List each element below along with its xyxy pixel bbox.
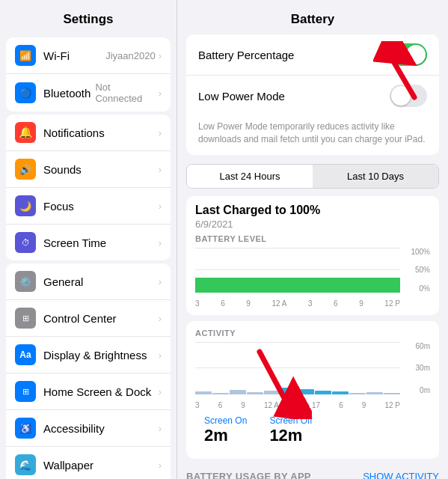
sidebar-item-label-controlcenter: Control Center [43, 312, 156, 325]
activity-y-labels: 60m 30m 0m [402, 342, 430, 394]
act-x-3: 12 A [264, 401, 279, 409]
low-power-knob [391, 86, 411, 106]
sidebar-list: 📶 Wi-Fi Jiyaan2020 › 🔵 Bluetooth Not Con… [0, 34, 177, 479]
sidebar-item-accessibility[interactable]: ♿ Accessibility › [6, 410, 171, 447]
x-label-1: 6 [221, 299, 225, 308]
sidebar-item-display[interactable]: Aa Display & Brightness › [6, 337, 171, 373]
act-y-30: 30m [402, 364, 430, 372]
act-x-0: 3 [195, 401, 200, 409]
chevron-icon-homescreen: › [159, 386, 162, 397]
toggle-card: Battery Percentage Low Power Mode Low Po… [186, 34, 439, 155]
chevron-icon-wifi: › [159, 50, 162, 61]
main-wrapper: Battery Battery Percentage Low Power Mod… [177, 0, 448, 479]
chevron-icon-accessibility: › [159, 423, 162, 434]
main-content: Battery Battery Percentage Low Power Mod… [177, 0, 448, 479]
sidebar-item-label-display: Display & Brightness [43, 349, 156, 361]
act-y-60: 60m [402, 342, 430, 350]
screen-off-value: 12m [269, 426, 312, 445]
act-y-0: 0m [402, 386, 430, 394]
chevron-icon-screentime: › [159, 237, 162, 248]
act-bar-12 [384, 393, 400, 394]
chevron-icon-general: › [159, 276, 162, 287]
chevron-icon-focus: › [159, 201, 162, 212]
sidebar-section-system: 🔔 Notifications › 🔊 Sounds › 🌙 Focus › ⏱… [6, 115, 171, 260]
act-bar-10 [349, 393, 366, 394]
act-x-7: 12 P [384, 401, 400, 409]
act-bar-3 [230, 390, 246, 394]
sidebar-item-label-wallpaper: Wallpaper [43, 459, 156, 472]
sidebar: Settings 📶 Wi-Fi Jiyaan2020 › 🔵 Bluetoot… [0, 0, 177, 479]
sidebar-item-label-general: General [43, 275, 156, 288]
sidebar-section-network: 📶 Wi-Fi Jiyaan2020 › 🔵 Bluetooth Not Con… [6, 37, 171, 112]
sidebar-item-controlcenter[interactable]: ⊞ Control Center › [6, 300, 171, 337]
screen-off-label: Screen Off [269, 415, 312, 426]
x-label-7: 12 P [384, 299, 400, 308]
x-label-5: 6 [334, 299, 338, 308]
accessibility-icon: ♿ [15, 418, 36, 439]
battery-level-section: Last Charged to 100% 6/9/2021 BATTERY LE… [186, 196, 439, 315]
chevron-icon-notifications: › [159, 127, 162, 138]
y-label-100: 100% [402, 248, 430, 256]
sidebar-item-bluetooth[interactable]: 🔵 Bluetooth Not Connected › [6, 74, 171, 112]
sidebar-item-wifi[interactable]: 📶 Wi-Fi Jiyaan2020 › [6, 37, 171, 74]
battery-chart: 100% 50% 0% 3 6 9 12 A 3 6 9 12 P [195, 248, 430, 308]
chevron-icon-sounds: › [159, 164, 162, 175]
homescreen-icon: ⊞ [15, 381, 36, 402]
screen-on-off: Screen On 2m Screen Off 12m [195, 409, 430, 451]
sidebar-item-sounds[interactable]: 🔊 Sounds › [6, 151, 171, 188]
controlcenter-icon: ⊞ [15, 308, 36, 329]
x-label-0: 3 [195, 299, 200, 308]
low-power-toggle[interactable] [390, 85, 427, 107]
sidebar-item-label-notifications: Notifications [43, 126, 156, 139]
chart-x-labels: 3 6 9 12 A 3 6 9 12 P [195, 299, 400, 308]
y-label-0: 0% [402, 284, 430, 293]
sidebar-item-notifications[interactable]: 🔔 Notifications › [6, 115, 171, 151]
wallpaper-icon: 🌊 [15, 454, 36, 475]
show-activity-button[interactable]: SHOW ACTIVITY [363, 471, 439, 479]
sidebar-item-general[interactable]: ⚙️ General › [6, 263, 171, 300]
act-bar-6 [281, 388, 298, 394]
act-x-6: 9 [362, 401, 366, 409]
sidebar-item-sublabel-bluetooth: Not Connected [95, 82, 155, 104]
activity-label: ACTIVITY [195, 329, 430, 338]
act-bar-1 [195, 391, 212, 394]
general-icon: ⚙️ [15, 271, 36, 292]
act-bar-5 [264, 391, 280, 394]
low-power-row: Low Power Mode [186, 76, 439, 116]
sidebar-title: Settings [0, 0, 177, 34]
usage-by-app-label: BATTERY USAGE BY APP [186, 471, 311, 479]
main-title: Battery [177, 0, 448, 34]
battery-percentage-toggle[interactable] [390, 43, 427, 66]
battery-percentage-row: Battery Percentage [186, 34, 439, 76]
act-x-1: 6 [218, 401, 223, 409]
charge-date: 6/9/2021 [195, 219, 430, 230]
sidebar-item-label-bluetooth: Bluetooth [43, 87, 90, 100]
x-label-4: 3 [308, 299, 313, 308]
act-bar-4 [247, 392, 263, 394]
bluetooth-icon: 🔵 [15, 82, 36, 103]
x-label-3: 12 A [271, 299, 286, 308]
sidebar-item-screentime[interactable]: ⏱ Screen Time › [6, 225, 171, 260]
x-label-2: 9 [246, 299, 251, 308]
chevron-icon-controlcenter: › [159, 313, 162, 324]
act-bar-11 [366, 392, 383, 394]
notifications-icon: 🔔 [15, 122, 36, 143]
chart-y-labels: 100% 50% 0% [402, 248, 430, 293]
x-label-6: 9 [359, 299, 363, 308]
sidebar-item-sublabel-wifi: Jiyaan2020 [105, 50, 156, 61]
chevron-icon-display: › [159, 350, 162, 361]
act-bar-2 [212, 393, 229, 394]
tab-24h[interactable]: Last 24 Hours [187, 165, 313, 188]
sidebar-item-label-homescreen: Home Screen & Dock [43, 385, 156, 398]
wifi-icon: 📶 [15, 45, 36, 66]
screen-on-label: Screen On [204, 415, 247, 426]
sidebar-item-wallpaper[interactable]: 🌊 Wallpaper › [6, 447, 171, 479]
screen-on-stat: Screen On 2m [204, 415, 247, 445]
tab-10d[interactable]: Last 10 Days [313, 165, 438, 188]
sidebar-item-focus[interactable]: 🌙 Focus › [6, 188, 171, 225]
sounds-icon: 🔊 [15, 159, 36, 180]
chevron-icon-wallpaper: › [159, 460, 162, 471]
act-x-2: 9 [241, 401, 245, 409]
focus-icon: 🌙 [15, 195, 36, 216]
sidebar-item-homescreen[interactable]: ⊞ Home Screen & Dock › [6, 373, 171, 410]
